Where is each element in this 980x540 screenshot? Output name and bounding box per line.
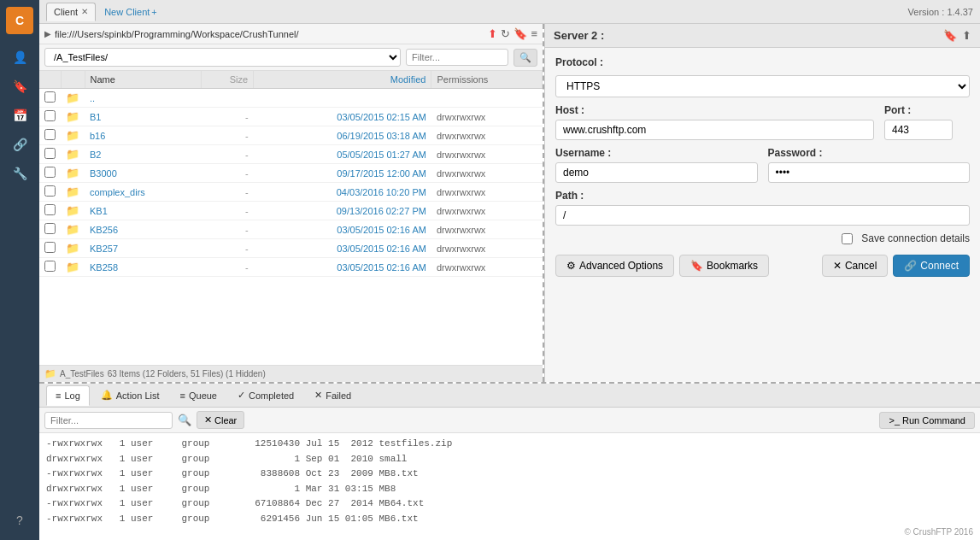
bookmarks-label: Bookmarks <box>707 260 758 272</box>
col-header-size[interactable]: Size <box>202 71 254 89</box>
folder-icon: 📁 <box>66 110 79 123</box>
file-name: B2 <box>90 150 101 160</box>
sidebar-icon-help[interactable]: ? <box>7 508 32 533</box>
table-row[interactable]: 📁 complex_dirs - 04/03/2016 10:20 PM drw… <box>39 183 543 202</box>
tab-log[interactable]: ≡ Log <box>46 385 90 406</box>
file-permissions: drwxrwxrwx <box>431 258 543 277</box>
table-row[interactable]: 📁 KB257 - 03/05/2015 02:16 AM drwxrwxrwx <box>39 239 543 258</box>
sidebar-icon-link[interactable]: 🔗 <box>7 132 32 157</box>
sidebar: C 👤 🔖 📅 🔗 🔧 ? <box>0 0 39 540</box>
file-name: KB256 <box>90 225 118 235</box>
clear-button[interactable]: ✕ Clear <box>197 411 244 429</box>
password-input[interactable] <box>768 162 971 183</box>
table-row[interactable]: 📁 KB1 - 09/13/2016 02:27 PM drwxrwxrwx <box>39 202 543 220</box>
path-refresh-icon[interactable]: ↻ <box>501 27 510 40</box>
row-checkbox[interactable] <box>44 129 56 140</box>
row-checkbox[interactable] <box>44 185 56 197</box>
run-command-button[interactable]: >_ Run Command <box>879 412 975 429</box>
cancel-button[interactable]: ✕ Cancel <box>822 255 888 277</box>
sidebar-icon-wrench[interactable]: 🔧 <box>7 161 32 186</box>
filter-search-button[interactable]: 🔍 <box>513 49 537 67</box>
folder-icon: 📁 <box>66 261 79 273</box>
file-name: b16 <box>90 131 105 141</box>
sidebar-icon-person[interactable]: 👤 <box>7 44 32 70</box>
tab-bar: Client ✕ New Client + Version : 1.4.37 <box>39 0 980 24</box>
folder-dropdown[interactable]: /A_TestFiles/ <box>44 48 401 67</box>
file-permissions: drwxrwxrwx <box>431 108 543 126</box>
table-row[interactable]: 📁 KB256 - 03/05/2015 02:16 AM drwxrwxrwx <box>39 220 543 239</box>
folder-icon: 📁 <box>66 223 79 236</box>
cancel-label: Cancel <box>845 260 877 272</box>
protocol-select[interactable]: FTPFTPSSFTPHTTPHTTPSWebDAV <box>555 75 970 97</box>
action-list-icon: 🔔 <box>101 390 113 401</box>
sidebar-icon-calendar[interactable]: 📅 <box>7 103 32 128</box>
bottom-toolbar: 🔍 ✕ Clear >_ Run Command <box>39 408 980 433</box>
tab-action-list[interactable]: 🔔 Action List <box>91 385 169 406</box>
bookmarks-button[interactable]: 🔖 Bookmarks <box>679 255 769 277</box>
advanced-icon: ⚙ <box>566 260 576 272</box>
port-label: Port : <box>884 104 970 116</box>
file-name: complex_dirs <box>90 187 145 197</box>
file-size: - <box>202 239 254 258</box>
log-line: -rwxrwxrwx 1 user group 67108864 Dec 27 … <box>46 496 973 512</box>
tab-failed[interactable]: ✕ Failed <box>305 385 361 406</box>
col-header-permissions[interactable]: Permissions <box>431 71 543 89</box>
tab-client-close[interactable]: ✕ <box>81 7 88 16</box>
file-modified: 05/05/2015 01:27 AM <box>254 145 431 164</box>
path-bookmark-icon[interactable]: 🔖 <box>513 27 527 40</box>
port-input[interactable] <box>884 120 953 140</box>
content-area: ▶ file:///Users/spinkb/Programming/Works… <box>39 24 980 382</box>
username-label: Username : <box>555 147 758 159</box>
col-header-icon <box>61 71 85 89</box>
host-label: Host : <box>555 104 874 116</box>
path-text: file:///Users/spinkb/Programming/Workspa… <box>55 29 484 39</box>
table-row[interactable]: 📁 B2 - 05/05/2015 01:27 AM drwxrwxrwx <box>39 145 543 164</box>
row-checkbox[interactable] <box>44 148 56 159</box>
col-header-name[interactable]: Name <box>85 71 202 89</box>
host-input[interactable] <box>555 120 874 140</box>
table-row[interactable]: 📁 B1 - 03/05/2015 02:15 AM drwxrwxrwx <box>39 108 543 126</box>
connect-button[interactable]: 🔗 Connect <box>893 255 970 277</box>
sidebar-icon-bookmark[interactable]: 🔖 <box>7 73 32 99</box>
row-checkbox[interactable] <box>44 91 56 103</box>
table-row[interactable]: 📁 .. <box>39 89 543 108</box>
bottom-panel: ≡ Log 🔔 Action List ≡ Queue ✓ Completed … <box>39 382 980 540</box>
completed-icon: ✓ <box>238 390 245 401</box>
row-checkbox[interactable] <box>44 242 56 253</box>
clear-label: Clear <box>214 415 237 426</box>
path-menu-icon[interactable]: ≡ <box>531 27 537 40</box>
row-checkbox[interactable] <box>44 223 56 234</box>
tab-new-client[interactable]: New Client + <box>99 5 162 19</box>
save-checkbox[interactable] <box>842 233 853 244</box>
folder-icon: 📁 <box>66 129 79 142</box>
server-collapse-icon[interactable]: ⬆ <box>962 29 971 42</box>
row-checkbox[interactable] <box>44 261 56 272</box>
table-row[interactable]: 📁 KB258 - 03/05/2015 02:16 AM drwxrwxrwx <box>39 258 543 277</box>
row-checkbox[interactable] <box>44 204 56 215</box>
table-row[interactable]: 📁 b16 - 06/19/2015 03:18 AM drwxrwxrwx <box>39 126 543 145</box>
tab-queue[interactable]: ≡ Queue <box>171 385 226 406</box>
path-upload-icon[interactable]: ⬆ <box>488 27 497 40</box>
file-permissions: drwxrwxrwx <box>431 202 543 220</box>
row-checkbox[interactable] <box>44 110 56 121</box>
folder-icon: 📁 <box>66 204 79 217</box>
run-cmd-label: Run Command <box>902 415 965 426</box>
tab-client[interactable]: Client ✕ <box>46 3 96 21</box>
filter-input[interactable] <box>406 49 508 66</box>
file-browser-panel: ▶ file:///Users/spinkb/Programming/Works… <box>39 24 544 382</box>
queue-icon: ≡ <box>180 390 185 401</box>
file-permissions: drwxrwxrwx <box>431 183 543 202</box>
row-checkbox[interactable] <box>44 167 56 178</box>
log-filter-search-icon[interactable]: 🔍 <box>178 414 191 426</box>
file-name: KB1 <box>90 206 108 216</box>
col-header-modified[interactable]: Modified <box>254 71 431 89</box>
protocol-select-row: FTPFTPSSFTPHTTPHTTPSWebDAV <box>555 75 970 97</box>
table-row[interactable]: 📁 B3000 - 09/17/2015 12:00 AM drwxrwxrwx <box>39 164 543 183</box>
tab-completed[interactable]: ✓ Completed <box>228 385 303 406</box>
log-filter-input[interactable] <box>44 412 173 429</box>
username-input[interactable] <box>555 162 758 183</box>
path-field-input[interactable] <box>555 205 970 226</box>
path-collapse-icon[interactable]: ▶ <box>44 29 51 38</box>
advanced-options-button[interactable]: ⚙ Advanced Options <box>555 255 674 277</box>
server-bookmark-icon[interactable]: 🔖 <box>943 29 957 42</box>
